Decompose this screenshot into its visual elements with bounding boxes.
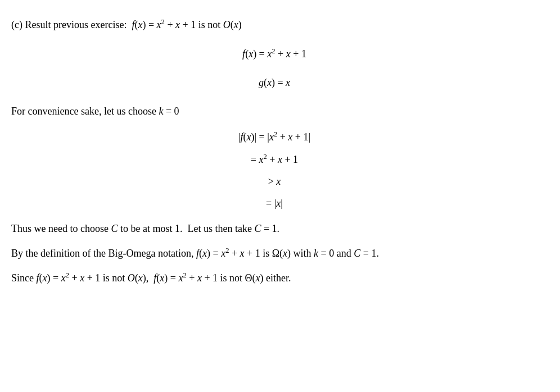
part-c-header: (c) Result previous exercise: f(x) = x2 … [11, 17, 538, 33]
abs-eq-4: = |x| [266, 196, 283, 211]
abs-eq-2: = x2 + x + 1 [251, 152, 298, 167]
main-content: (c) Result previous exercise: f(x) = x2 … [11, 17, 538, 286]
fg-definitions: f(x) = x2 + x + 1 g(x) = x [11, 43, 538, 94]
abs-eq-3: > x [268, 174, 281, 189]
g-definition: g(x) = x [259, 75, 290, 90]
abs-chain: |f(x)| = |x2 + x + 1| = x2 + x + 1 > x =… [11, 129, 538, 211]
big-omega-paragraph: By the definition of the Big-Omega notat… [11, 245, 538, 261]
thus-text: Thus we need to choose C to be at most 1… [11, 221, 538, 236]
abs-eq-1: |f(x)| = |x2 + x + 1| [238, 129, 310, 145]
since-text: Since f(x) = x2 + x + 1 is not O(x), f(x… [11, 270, 538, 286]
f-definition: f(x) = x2 + x + 1 [242, 46, 306, 62]
part-c-label: (c) Result previous exercise: [11, 19, 132, 30]
convenience-text: For convenience sake, let us choose k = … [11, 104, 538, 119]
part-c-statement: f(x) = x2 + x + 1 is not O(x) [132, 19, 241, 30]
